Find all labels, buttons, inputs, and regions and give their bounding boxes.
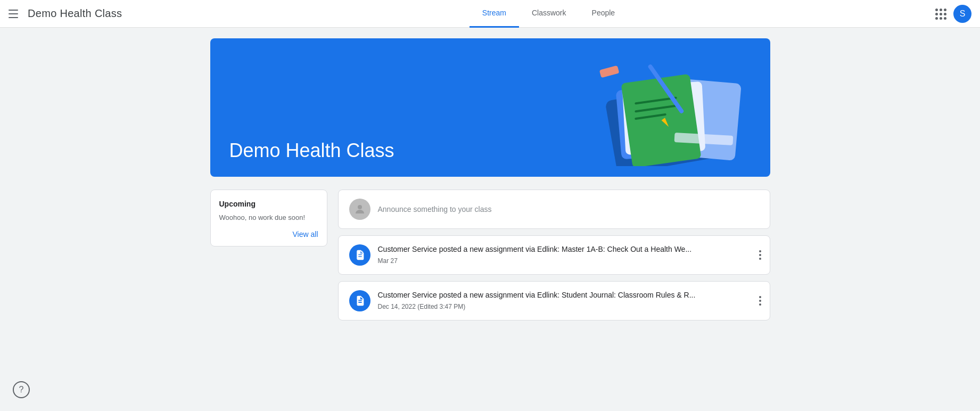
svg-point-12 bbox=[358, 205, 362, 209]
announce-avatar-icon bbox=[349, 199, 370, 220]
menu-icon[interactable] bbox=[9, 7, 21, 20]
upcoming-card: Upcoming Woohoo, no work due soon! View … bbox=[210, 190, 327, 246]
post-title-1: Customer Service posted a new assignment… bbox=[378, 244, 759, 255]
svg-rect-4 bbox=[621, 74, 701, 166]
upcoming-title: Upcoming bbox=[219, 200, 318, 208]
post-icon-1 bbox=[349, 244, 370, 266]
post-card-2: Customer Service posted a new assignment… bbox=[338, 281, 770, 320]
post-date-1: Mar 27 bbox=[378, 257, 759, 265]
main-nav: Stream Classwork People bbox=[179, 0, 918, 28]
hero-title: Demo Health Class bbox=[229, 139, 394, 162]
post-title-2: Customer Service posted a new assignment… bbox=[378, 290, 759, 301]
body-layout: Upcoming Woohoo, no work due soon! View … bbox=[210, 190, 770, 320]
tab-stream[interactable]: Stream bbox=[470, 0, 519, 28]
announce-card[interactable]: Announce something to your class bbox=[338, 190, 770, 229]
post-card-1: Customer Service posted a new assignment… bbox=[338, 235, 770, 275]
assignment-icon-1 bbox=[354, 249, 366, 261]
post-more-menu-1[interactable] bbox=[759, 250, 761, 260]
upcoming-empty-text: Woohoo, no work due soon! bbox=[219, 213, 318, 221]
post-date-2: Dec 14, 2022 (Edited 3:47 PM) bbox=[378, 303, 759, 310]
tab-people[interactable]: People bbox=[579, 0, 628, 28]
google-apps-icon[interactable] bbox=[934, 7, 947, 20]
tab-classwork[interactable]: Classwork bbox=[519, 0, 579, 28]
app-title: Demo Health Class bbox=[28, 7, 122, 20]
post-content-1: Customer Service posted a new assignment… bbox=[378, 244, 759, 265]
app-header: Demo Health Class Stream Classwork Peopl… bbox=[0, 0, 980, 28]
header-left: Demo Health Class bbox=[9, 7, 179, 20]
hero-illustration bbox=[568, 49, 749, 166]
post-content-2: Customer Service posted a new assignment… bbox=[378, 290, 759, 310]
user-avatar[interactable]: S bbox=[953, 5, 971, 23]
person-icon bbox=[353, 203, 366, 216]
announce-placeholder: Announce something to your class bbox=[378, 205, 492, 213]
stream-feed: Announce something to your class Custome… bbox=[338, 190, 770, 320]
main-content: Demo Health Class bbox=[197, 28, 783, 331]
post-more-menu-2[interactable] bbox=[759, 296, 761, 306]
hero-banner: Demo Health Class bbox=[210, 38, 770, 177]
svg-rect-10 bbox=[599, 65, 619, 78]
view-all-link[interactable]: View all bbox=[219, 230, 318, 239]
assignment-icon-2 bbox=[354, 295, 366, 307]
header-right: S bbox=[918, 5, 971, 23]
post-icon-2 bbox=[349, 290, 370, 311]
